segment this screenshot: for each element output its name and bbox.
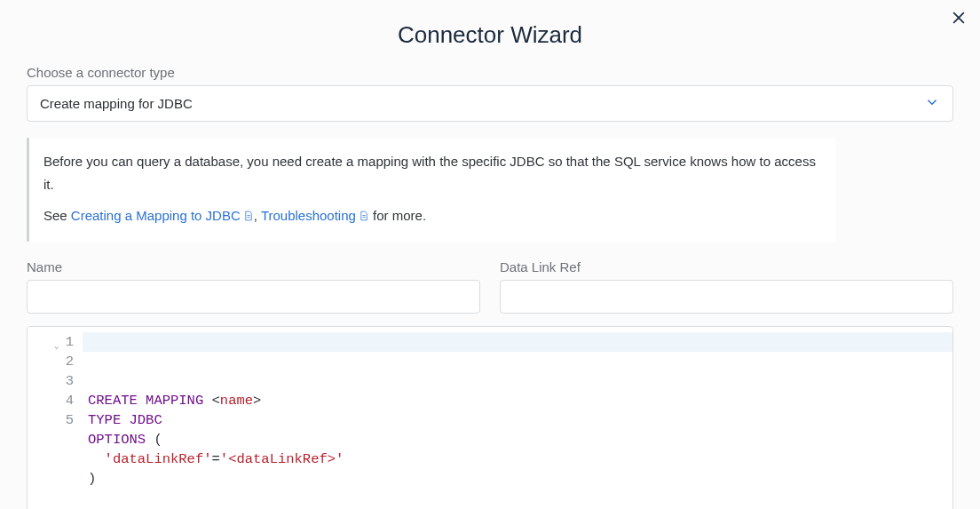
connector-type-select-wrap: Create mapping for JDBC [27,85,953,122]
connector-type-select[interactable]: Create mapping for JDBC [27,85,953,122]
wizard-container: Connector Wizard Choose a connector type… [0,0,980,509]
link-creating-mapping[interactable]: Creating a Mapping to JDBC [71,208,254,223]
info-text: Before you can query a database, you nee… [43,150,822,195]
datalink-label: Data Link Ref [500,259,953,274]
info-links-line: See Creating a Mapping to JDBC, Troubles… [43,204,822,229]
name-input[interactable] [27,280,480,314]
connector-type-selected: Create mapping for JDBC [40,96,193,111]
line-number: 5 [35,410,77,430]
fields-row: Name Data Link Ref [27,259,953,314]
code-body[interactable]: CREATE MAPPING <name>TYPE JDBCOPTIONS ( … [83,327,952,510]
line-number: 4 [35,391,77,410]
code-line: OPTIONS ( [88,430,944,449]
link-troubleshooting[interactable]: Troubleshooting [261,208,369,223]
code-line: 'dataLinkRef'='<dataLinkRef>' [88,449,944,469]
page-title: Connector Wizard [27,21,953,49]
code-line: TYPE JDBC [88,410,944,430]
code-line: CREATE MAPPING <name> [88,391,944,410]
close-button[interactable] [950,9,968,30]
info-see-prefix: See [43,208,71,223]
name-label: Name [27,259,480,274]
code-line: ) [88,469,944,489]
datalink-field-wrap: Data Link Ref [500,259,953,314]
info-suffix: for more. [369,208,426,223]
name-field-wrap: Name [27,259,480,314]
datalink-input[interactable] [500,280,953,314]
info-panel: Before you can query a database, you nee… [27,138,836,242]
document-icon [358,206,369,229]
info-sep: , [254,208,261,223]
code-gutter: ⌄ 1 2 3 4 5 [28,327,83,510]
document-icon [242,206,254,229]
line-number: 3 [35,371,77,391]
close-icon [950,14,968,29]
fold-caret-icon: ⌄ [54,337,59,356]
connector-type-label: Choose a connector type [27,65,953,80]
chevron-down-icon [924,94,940,113]
active-line-highlight [83,332,952,352]
code-editor[interactable]: ⌄ 1 2 3 4 5 CREATE MAPPING <name>TYPE JD… [27,326,953,510]
